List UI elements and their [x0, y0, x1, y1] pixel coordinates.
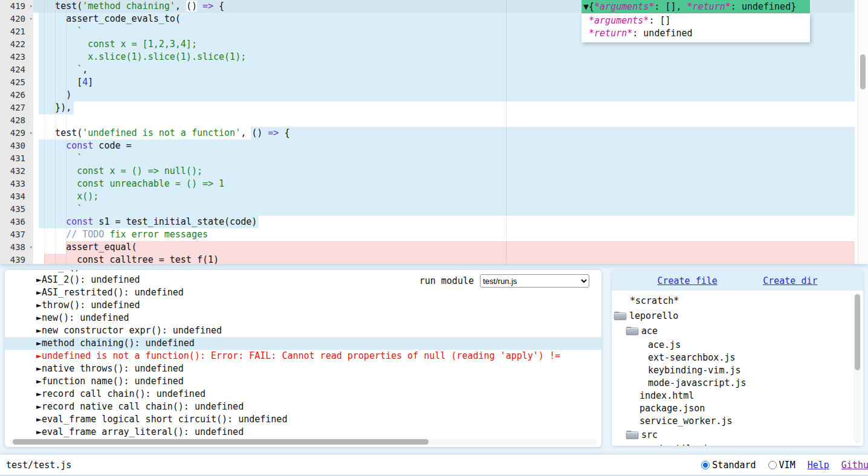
tree-item-label: package.json [640, 403, 705, 414]
code-line-437[interactable]: // TODO fix error messages [0, 228, 855, 241]
code-line-438[interactable]: assert_equal( [0, 241, 855, 254]
gutter-line-434[interactable]: 434 [0, 190, 33, 203]
code-line-423[interactable]: x.slice(1).slice(1).slice(1); [0, 51, 855, 63]
vim-radio[interactable] [768, 461, 777, 469]
code-line-434[interactable]: x(); [0, 190, 855, 203]
gutter-line-429[interactable]: 429▾ [0, 127, 33, 140]
code-editor[interactable]: test('method chaining', () => { assert_c… [0, 0, 868, 264]
fold-marker-icon[interactable]: ▾ [30, 0, 33, 13]
test-result-item[interactable]: ►method chaining(): undefined [5, 337, 601, 350]
code-line-424[interactable]: `, [0, 63, 855, 76]
file-tree-header: Create file Create dir [612, 271, 863, 291]
github-link[interactable]: Github [841, 460, 868, 471]
test-result-item[interactable]: ►native throws(): undefined [5, 362, 601, 375]
tree-file--scratch-[interactable]: *scratch* [612, 294, 863, 308]
tree-item-label: mode-javascript.js [648, 378, 747, 388]
gutter-line-421[interactable]: 421 [0, 25, 33, 38]
tree-file-package-json[interactable]: package.json [612, 402, 863, 414]
test-result-item[interactable]: ►new(): undefined [5, 312, 601, 324]
keybinding-vim-option[interactable]: VIM [768, 460, 795, 471]
gutter-line-419[interactable]: 419▾ [0, 0, 33, 13]
test-result-item[interactable]: ►record call chain(): undefined [5, 388, 601, 400]
folder-icon [613, 310, 627, 321]
tree-folder-src[interactable]: src [612, 427, 863, 442]
gutter-line-424[interactable]: 424 [0, 63, 33, 76]
create-file-link[interactable]: Create file [657, 275, 717, 286]
tree-folder-ace[interactable]: ace [612, 323, 863, 338]
eval-result-row[interactable]: *arguments*: [] [583, 14, 808, 27]
editor-vertical-scrollbar[interactable] [858, 0, 868, 264]
test-panel-horizontal-scrollbar[interactable] [10, 439, 597, 445]
gutter-line-422[interactable]: 422 [0, 38, 33, 51]
gutter-line-428[interactable]: 428 [0, 114, 33, 127]
code-line-425[interactable]: [4] [0, 76, 855, 89]
gutter-line-430[interactable]: 430 [0, 140, 33, 152]
code-line-429[interactable]: test('undefined is not a function', () =… [0, 127, 855, 140]
code-line-426[interactable]: ) [0, 89, 855, 101]
tree-item-label: ext-searchbox.js [648, 352, 736, 363]
gutter-line-436[interactable]: 436 [0, 216, 33, 228]
test-result-item[interactable]: ►eval_frame array_literal(): undefined [5, 426, 601, 439]
code-line-428[interactable] [0, 114, 855, 127]
standard-radio-label[interactable]: Standard [712, 460, 756, 471]
gutter-line-433[interactable]: 433 [0, 178, 33, 190]
test-result-item[interactable]: ►ASI_restrited(): undefined [5, 286, 601, 299]
test-result-item[interactable]: ►new constructor expr(): undefined [5, 324, 601, 337]
eval-result-tooltip[interactable]: ▼{*arguments*: [], *return*: undefined} … [581, 0, 810, 42]
tree-file-service-worker-js[interactable]: service_worker.js [612, 414, 863, 427]
tree-item-label: ace [641, 326, 658, 336]
code-line-435[interactable]: ` [0, 203, 855, 216]
eval-result-details: *arguments*: [] *return*: undefined [581, 13, 810, 42]
file-tree-panel: Create file Create dir *scratch*leporell… [612, 271, 863, 446]
tree-file-mode-javascript-js[interactable]: mode-javascript.js [612, 376, 863, 389]
tree-file-ace-js[interactable]: ace.js [612, 338, 863, 351]
test-result-item[interactable]: ►throw(): undefined [5, 299, 601, 312]
code-line-431[interactable]: ` [0, 152, 855, 165]
gutter-line-439[interactable]: 439 [0, 254, 33, 264]
test-result-item[interactable]: ►undefined is not a function(): Error: F… [5, 350, 601, 362]
code-line-430[interactable]: const code = [0, 140, 855, 152]
gutter-line-437[interactable]: 437 [0, 228, 33, 241]
tree-folder-leporello[interactable]: leporello [612, 308, 863, 323]
gutter-line-435[interactable]: 435 [0, 203, 33, 216]
keybinding-standard-option[interactable]: Standard [701, 460, 756, 471]
file-tree-scrollbar[interactable] [853, 293, 861, 443]
fold-marker-icon[interactable]: ▾ [30, 127, 33, 140]
tree-file-index-html[interactable]: index.html [612, 389, 863, 402]
line-number-gutter[interactable]: 419▾420▾421422423424425426427428429▾4304… [0, 0, 33, 264]
code-line-433[interactable]: const unreachable = () => 1 [0, 178, 855, 190]
status-bar: test/test.js Standard VIM Help Github [0, 454, 868, 476]
gutter-line-431[interactable]: 431 [0, 152, 33, 165]
help-link[interactable]: Help [808, 460, 829, 471]
run-module-control: run module test/run.js [419, 274, 589, 288]
eval-result-row[interactable]: *return*: undefined [583, 27, 808, 40]
tree-file-ext-searchbox-js[interactable]: ext-searchbox.js [612, 351, 863, 364]
gutter-line-420[interactable]: 420▾ [0, 13, 33, 25]
vim-radio-label[interactable]: VIM [779, 460, 795, 471]
code-line-432[interactable]: const x = () => null(); [0, 165, 855, 178]
tree-file-keybinding-vim-js[interactable]: keybinding-vim.js [612, 364, 863, 376]
create-dir-link[interactable]: Create dir [763, 275, 817, 286]
test-result-item[interactable]: ►function name(): undefined [5, 375, 601, 388]
gutter-line-425[interactable]: 425 [0, 76, 33, 89]
gutter-line-432[interactable]: 432 [0, 165, 33, 178]
test-result-item[interactable]: ►record native call chain(): undefined [5, 400, 601, 413]
standard-radio[interactable] [701, 461, 710, 469]
code-line-436[interactable]: const s1 = test_initial_state(code) [0, 216, 855, 228]
scrollbar-thumb[interactable] [13, 439, 429, 445]
gutter-line-438[interactable]: 438▾ [0, 241, 33, 254]
tree-file-ast-utils-js[interactable]: ast_utils.js [612, 442, 863, 446]
gutter-line-426[interactable]: 426 [0, 89, 33, 101]
gutter-line-423[interactable]: 423 [0, 51, 33, 63]
fold-marker-icon[interactable]: ▾ [30, 13, 33, 25]
scrollbar-thumb[interactable] [860, 54, 866, 89]
scrollbar-thumb[interactable] [855, 294, 860, 370]
code-line-439[interactable]: const calltree = test_f(1) [0, 254, 855, 264]
gutter-line-427[interactable]: 427 [0, 101, 33, 114]
run-module-select[interactable]: test/run.js [480, 274, 589, 288]
fold-marker-icon[interactable]: ▾ [30, 241, 33, 254]
test-result-item[interactable]: ►eval_frame logical short circuit(): und… [5, 413, 601, 426]
code-line-427[interactable]: }), [0, 101, 855, 114]
eval-result-summary[interactable]: ▼{*arguments*: [], *return*: undefined} [581, 0, 810, 13]
current-file-path: test/test.js [6, 460, 71, 471]
